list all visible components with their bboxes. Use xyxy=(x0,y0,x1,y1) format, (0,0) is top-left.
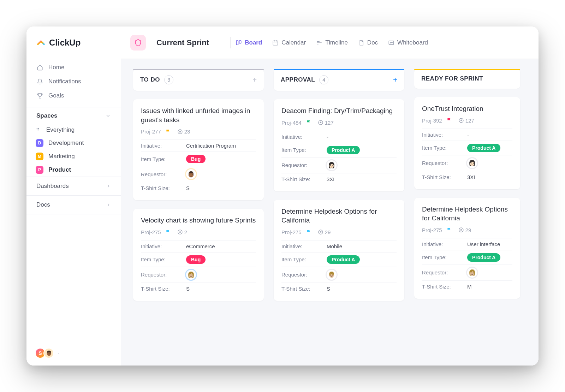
task-card[interactable]: Determine Helpdesk Options for Californi… xyxy=(414,198,520,299)
nav-notifications[interactable]: Notifications xyxy=(26,75,121,89)
brand-logo: ClickUp xyxy=(26,26,121,59)
task-title: Issues with linked unfurled images in gu… xyxy=(141,106,256,124)
field-label: Item Type: xyxy=(422,254,467,260)
task-points: 127 xyxy=(465,118,474,124)
field-label: Item Type: xyxy=(422,145,467,151)
task-card[interactable]: Velocity chart is showing future Sprints… xyxy=(133,209,264,301)
nav-goals[interactable]: Goals xyxy=(26,89,121,103)
view-tab-board[interactable]: Board xyxy=(230,37,267,48)
requestor-avatar: 👩🏻 xyxy=(327,160,337,170)
task-points: 29 xyxy=(465,227,471,233)
task-card[interactable]: Deacom Finding: Dry/Trim/Packaging Proj-… xyxy=(274,99,404,191)
space-label: Everything xyxy=(46,126,75,133)
sidebar: ClickUp Home Notifications Goals xyxy=(26,26,121,366)
column-header[interactable]: READY FOR SPRINT xyxy=(414,69,520,89)
whiteboard-icon xyxy=(388,40,394,46)
task-card[interactable]: Issues with linked unfurled images in gu… xyxy=(133,99,264,200)
field-label: Initiative: xyxy=(281,243,327,249)
view-tab-label: Calendar xyxy=(281,39,306,46)
field-label: T-Shirt Size: xyxy=(141,185,186,191)
requestor-avatar: 👨🏾 xyxy=(186,169,196,179)
section-docs[interactable]: Docs xyxy=(26,195,121,214)
task-points: 2 xyxy=(184,229,187,235)
view-tab-whiteboard[interactable]: Whiteboard xyxy=(383,37,433,48)
item-type-pill: Product A xyxy=(327,255,360,264)
item-type-pill: Product A xyxy=(467,253,500,262)
field-label: Initiative: xyxy=(141,243,186,249)
initiative-value: - xyxy=(327,134,328,140)
user-menu[interactable]: S 👨🏾 xyxy=(26,341,121,366)
star-icon xyxy=(318,229,323,235)
flag-icon xyxy=(165,229,171,235)
space-item[interactable]: M Marketing xyxy=(26,150,121,163)
svg-rect-4 xyxy=(236,41,238,45)
task-card[interactable]: Determine Helpdesk Options for Californi… xyxy=(274,200,404,301)
view-tab-calendar[interactable]: Calendar xyxy=(267,37,311,48)
user-avatar: 👨🏾 xyxy=(43,348,54,358)
app-window: ClickUp Home Notifications Goals xyxy=(26,26,539,366)
task-points: 127 xyxy=(325,120,334,126)
spaces-header[interactable]: Spaces xyxy=(26,107,121,124)
column-header[interactable]: APPROVAL4+ xyxy=(274,69,404,91)
space-everything[interactable]: Everything xyxy=(26,124,121,136)
task-title: OneTrust Integration xyxy=(422,104,512,113)
space-letter-badge: P xyxy=(36,166,43,174)
star-icon xyxy=(458,227,464,233)
svg-rect-5 xyxy=(239,41,241,43)
svg-point-0 xyxy=(37,128,38,129)
task-id: Proj-275 xyxy=(281,229,302,235)
view-tab-timeline[interactable]: Timeline xyxy=(311,37,353,48)
task-card[interactable]: OneTrust Integration Proj-392 127 Initia… xyxy=(414,97,520,189)
requestor-avatar: 👩🏼 xyxy=(467,268,477,278)
field-label: Requestor: xyxy=(281,162,327,168)
field-label: Initiative: xyxy=(422,132,467,138)
requestor-avatar: 👨🏼 xyxy=(327,270,337,280)
task-points: 29 xyxy=(325,229,331,235)
tshirt-value: S xyxy=(186,185,190,191)
field-label: T-Shirt Size: xyxy=(141,286,186,292)
field-label: T-Shirt Size: xyxy=(281,286,327,292)
section-dashboards[interactable]: Dashboards xyxy=(26,177,121,195)
nav-label: Home xyxy=(48,64,64,71)
field-label: Initiative: xyxy=(141,143,186,149)
sprint-icon xyxy=(130,35,146,51)
field-label: T-Shirt Size: xyxy=(422,174,467,180)
main-area: Current Sprint BoardCalendarTimelineDocW… xyxy=(121,26,539,366)
space-item[interactable]: P Product xyxy=(26,163,121,177)
add-card-button[interactable]: + xyxy=(393,76,397,84)
section-label: Docs xyxy=(36,201,50,208)
initiative-value: eCommerce xyxy=(186,243,215,249)
kanban-column: APPROVAL4+ Deacom Finding: Dry/Trim/Pack… xyxy=(274,69,404,356)
space-item[interactable]: D Development xyxy=(26,136,121,150)
field-label: Requestor: xyxy=(281,272,327,278)
view-tab-doc[interactable]: Doc xyxy=(353,37,383,48)
item-type-pill: Bug xyxy=(186,155,206,163)
space-label: Product xyxy=(48,166,71,173)
tshirt-value: S xyxy=(186,286,190,292)
star-icon xyxy=(177,229,183,235)
view-tab-label: Whiteboard xyxy=(397,39,428,46)
flag-icon xyxy=(446,227,452,233)
spaces-list: D DevelopmentM MarketingP Product xyxy=(26,136,121,177)
view-tab-label: Timeline xyxy=(325,39,348,46)
nav-home[interactable]: Home xyxy=(26,60,121,75)
task-id: Proj-275 xyxy=(422,227,442,233)
view-tab-label: Board xyxy=(245,39,262,46)
task-id: Proj-275 xyxy=(141,229,161,235)
initiative-value: Mobile xyxy=(327,243,342,249)
space-label: Development xyxy=(48,139,84,147)
star-icon xyxy=(458,118,464,123)
chevron-down-icon xyxy=(105,113,111,119)
chevron-right-icon xyxy=(106,184,111,189)
add-card-button[interactable]: + xyxy=(252,76,257,84)
field-label: Requestor: xyxy=(422,160,467,166)
flag-icon xyxy=(165,129,171,135)
space-letter-badge: M xyxy=(36,153,43,160)
task-points: 23 xyxy=(184,129,190,135)
column-header[interactable]: TO DO3+ xyxy=(133,69,264,91)
item-type-pill: Product A xyxy=(327,146,360,154)
board[interactable]: TO DO3+ Issues with linked unfurled imag… xyxy=(121,59,539,366)
task-title: Determine Helpdesk Options for Californi… xyxy=(422,205,512,223)
view-tab-label: Doc xyxy=(367,39,378,46)
flag-icon xyxy=(446,118,452,123)
